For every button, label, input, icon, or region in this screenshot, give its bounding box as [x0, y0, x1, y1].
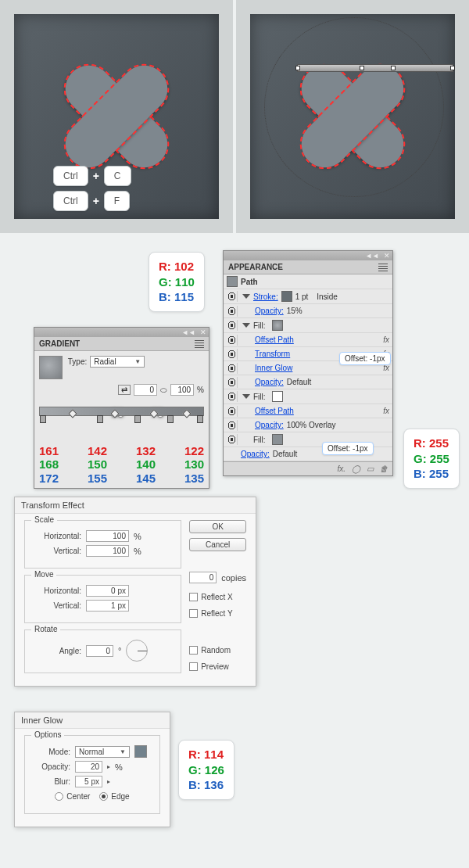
stroke-align: Inside [317, 292, 338, 301]
fx-menu[interactable]: fx. [337, 464, 345, 473]
flyout-menu-icon[interactable] [195, 340, 204, 348]
opacity-link[interactable]: Opacity: [255, 421, 284, 429]
glow-color-swatch[interactable] [134, 745, 147, 758]
object-label: Path [241, 278, 258, 286]
fill-swatch-white[interactable] [272, 391, 283, 402]
stroke-weight[interactable]: 1 pt [295, 292, 309, 301]
new-icon[interactable]: ▭ [367, 464, 374, 473]
chevron-down-icon: ▼ [120, 748, 126, 755]
offset-tooltip: Offset: -1px [322, 442, 374, 455]
plus-icon: + [93, 195, 99, 207]
visibility-icon[interactable] [227, 377, 238, 388]
shortcut-group: Ctrl + C Ctrl + F [53, 166, 131, 211]
angle-input[interactable]: 0 [134, 384, 157, 396]
plus-icon: + [93, 170, 99, 182]
move-h-input[interactable]: 0 px [86, 585, 129, 597]
glow-blur-input[interactable]: 5 px [75, 776, 102, 787]
close-icon[interactable]: ✕ [200, 328, 206, 336]
scale-v-input[interactable]: 100 [86, 545, 129, 557]
offset-tooltip: Offset: -1px [339, 352, 391, 365]
visibility-icon[interactable] [227, 320, 238, 331]
fill-swatch-grey[interactable] [272, 434, 283, 445]
gradient-ramp[interactable]: 50 75 [39, 407, 204, 438]
angle-dial[interactable] [126, 640, 148, 662]
close-icon[interactable]: ✕ [384, 252, 390, 260]
aspect-input[interactable]: 100 [170, 384, 194, 396]
reflect-x-checkbox[interactable] [189, 593, 198, 601]
opacity-link[interactable]: Opacity: [241, 450, 270, 458]
x-shape [62, 62, 171, 171]
preview-checkbox[interactable] [189, 662, 198, 671]
panel-tabs[interactable]: ◄◄✕ [34, 328, 209, 337]
offset-path-link[interactable]: Offset Path [255, 407, 294, 415]
chevron-down-icon: ▼ [134, 358, 141, 365]
fill-swatch-gradient[interactable] [272, 320, 283, 331]
panel-title: APPEARANCE [228, 263, 283, 271]
gradient-preview[interactable] [39, 356, 63, 379]
opacity-link[interactable]: Opacity: [255, 378, 284, 386]
glow-opacity-input[interactable]: 20 [75, 761, 102, 773]
reverse-icon[interactable]: ⇄ [118, 385, 131, 395]
transform-effect-dialog[interactable]: Transform Effect Scale Horizontal:100% V… [14, 497, 256, 687]
inner-glow-dialog[interactable]: Inner Glow Options Mode: Normal▼ Opacity… [14, 712, 170, 827]
panel-title: GRADIENT [39, 339, 80, 348]
center-radio[interactable] [55, 792, 63, 801]
inner-glow-link[interactable]: Inner Glow [255, 364, 292, 372]
key-f: F [104, 191, 130, 211]
gradient-panel[interactable]: ◄◄✕ GRADIENT Type: Radial▼ ⇄ 0 ⬭ 100% 50… [34, 327, 209, 489]
collapse-icon[interactable]: ◄◄ [365, 252, 379, 260]
path-thumb [227, 276, 238, 287]
stroke-swatch[interactable] [281, 291, 292, 302]
reflect-y-checkbox[interactable] [189, 609, 198, 618]
gradient-annotator[interactable] [297, 64, 453, 72]
visibility-icon[interactable] [227, 291, 238, 302]
opacity-link[interactable]: Opacity: [255, 307, 284, 315]
disclosure-icon[interactable] [242, 294, 250, 299]
visibility-icon[interactable] [227, 306, 238, 317]
flyout-menu-icon[interactable] [378, 264, 388, 271]
visibility-icon[interactable] [227, 391, 238, 402]
cancel-button[interactable]: Cancel [189, 538, 246, 551]
stepper-icon[interactable]: ▸ [107, 778, 110, 785]
dialog-title: Transform Effect [15, 497, 256, 514]
visibility-icon[interactable] [227, 406, 238, 417]
opacity-overlay: 100% Overlay [287, 421, 336, 429]
type-select[interactable]: Radial▼ [90, 356, 145, 368]
transform-link[interactable]: Transform [255, 350, 290, 358]
clear-icon[interactable]: ◯ [352, 464, 360, 473]
move-v-input[interactable]: 1 px [86, 600, 129, 612]
visibility-icon[interactable] [227, 335, 238, 346]
scale-group: Scale Horizontal:100% Vertical:100% [24, 520, 181, 569]
stepper-icon[interactable]: ▸ [107, 763, 110, 770]
disclosure-icon[interactable] [242, 394, 250, 399]
preview-1: 1 Ctrl + C Ctrl + F [0, 0, 233, 233]
dialog-title: Inner Glow [15, 712, 170, 729]
offset-path-link[interactable]: Offset Path [255, 335, 294, 344]
random-checkbox[interactable] [189, 646, 198, 655]
rotate-group: Rotate Angle:0° [24, 629, 181, 673]
x-shape [298, 62, 407, 171]
trash-icon[interactable]: 🗑 [380, 464, 388, 473]
aspect-icon: ⬭ [160, 386, 167, 395]
fill-label: Fill: [253, 321, 266, 330]
visibility-icon[interactable] [227, 420, 238, 431]
key-ctrl: Ctrl [53, 191, 88, 211]
visibility-icon[interactable] [227, 434, 238, 445]
mode-select[interactable]: Normal▼ [75, 746, 130, 758]
fx-badge: fx [383, 407, 389, 415]
collapse-icon[interactable]: ◄◄ [181, 328, 195, 336]
type-label: Type: [68, 357, 87, 366]
edge-radio[interactable] [99, 792, 108, 801]
fx-badge: fx [383, 335, 389, 344]
angle-input[interactable]: 0 [86, 645, 113, 657]
copies-input[interactable]: 0 [189, 572, 217, 583]
ok-button[interactable]: OK [189, 520, 246, 533]
move-group: Move Horizontal:0 px Vertical:1 px [24, 575, 181, 623]
scale-h-input[interactable]: 100 [86, 530, 129, 542]
appearance-panel[interactable]: ◄◄✕ APPEARANCE Path Stroke:1 pt Inside O… [223, 250, 393, 476]
disclosure-icon[interactable] [242, 323, 250, 328]
visibility-icon[interactable] [227, 349, 238, 360]
panel-tabs[interactable]: ◄◄✕ [224, 251, 392, 260]
visibility-icon[interactable] [227, 363, 238, 374]
stroke-link[interactable]: Stroke: [253, 292, 278, 301]
